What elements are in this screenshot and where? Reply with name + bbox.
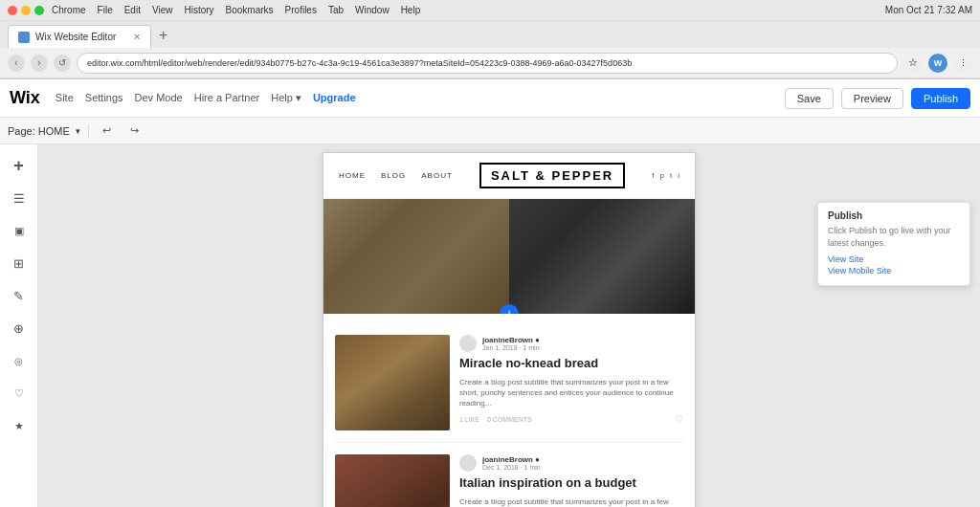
site-nav: HOME BLOG ABOUT — [339, 171, 453, 180]
tab-favicon — [18, 32, 30, 43]
site-logo: SALT & PEPPER — [479, 163, 625, 188]
post-meta-left-1: 1 LIKE 0 COMMENTS — [459, 416, 532, 423]
nav-about[interactable]: ABOUT — [421, 171, 453, 180]
wix-topbar-nav: Site Settings Dev Mode Hire a Partner He… — [56, 92, 356, 104]
post-tags-1: 1 LIKE — [459, 416, 479, 423]
undo-button[interactable]: ↩ — [97, 122, 117, 139]
toolbar-separator — [88, 124, 89, 138]
publish-tooltip: Publish Click Publish to go live with yo… — [817, 202, 970, 286]
post-image-italian-visual — [335, 454, 450, 507]
left-sidebar: + ☰ ▣ ⊞ ✎ ⊕ ◎ ♡ ★ — [0, 144, 38, 507]
site-preview: HOME BLOG ABOUT SALT & PEPPER f p t i — [323, 152, 696, 507]
browser-menu: Chrome File Edit View History Bookmarks … — [52, 5, 420, 15]
post-author-name-2: joanineBrown ● — [482, 455, 541, 464]
menu-profiles[interactable]: Profiles — [285, 5, 317, 15]
post-image-bread-visual — [335, 335, 450, 430]
sidebar-upgrade-icon[interactable]: ★ — [6, 412, 33, 439]
tab-title: Wix Website Editor — [35, 32, 116, 42]
nav-site[interactable]: Site — [56, 92, 74, 104]
view-site-link[interactable]: View Site — [828, 254, 960, 264]
hero-right-panel — [509, 199, 695, 314]
browser-datetime: Mon Oct 21 7:32 AM — [885, 5, 972, 15]
sidebar-media-icon[interactable]: ▣ — [6, 217, 33, 244]
menu-window[interactable]: Window — [355, 5, 390, 15]
post-content-2: joanineBrown ● Dec 1, 2018 · 1 min Itali… — [459, 454, 683, 507]
post-author-name-1: joanineBrown ● — [482, 336, 540, 344]
traffic-lights — [8, 6, 44, 15]
hero-left-panel — [323, 199, 509, 314]
nav-dev-mode[interactable]: Dev Mode — [135, 92, 183, 104]
sidebar-wix-icon[interactable]: ◎ — [6, 347, 33, 374]
browser-chrome: Chrome File Edit View History Bookmarks … — [0, 0, 980, 79]
browser-addressbar: ‹ › ↺ editor.wix.com/html/editor/web/ren… — [0, 48, 980, 78]
menu-chrome[interactable]: Chrome — [52, 5, 86, 15]
menu-view[interactable]: View — [152, 5, 173, 15]
browser-icons: ☆ W ⋮ — [903, 54, 972, 73]
wix-secondary-toolbar: Page: HOME ▾ ↩ ↪ — [0, 118, 980, 144]
redo-button[interactable]: ↪ — [124, 122, 145, 139]
post-image-2 — [335, 454, 450, 507]
social-pinterest-icon[interactable]: p — [660, 171, 664, 180]
reload-btn[interactable]: ↺ — [54, 55, 71, 72]
maximize-window-btn[interactable] — [34, 6, 44, 15]
post-title-2[interactable]: Italian inspiration on a budget — [459, 475, 683, 492]
post-author-date-1: Jan 1, 2018 · 1 min — [482, 344, 540, 351]
publish-tooltip-desc: Click Publish to go live with your lates… — [828, 225, 960, 249]
nav-blog[interactable]: BLOG — [381, 171, 406, 180]
url-text: editor.wix.com/html/editor/web/renderer/… — [87, 58, 632, 68]
post-avatar-2 — [459, 454, 477, 472]
social-instagram-icon[interactable]: i — [678, 171, 679, 180]
nav-upgrade[interactable]: Upgrade — [313, 92, 356, 104]
active-tab[interactable]: Wix Website Editor ✕ — [8, 25, 151, 48]
save-button[interactable]: Save — [785, 88, 834, 109]
page-dropdown-icon[interactable]: ▾ — [76, 126, 80, 136]
nav-hire-partner[interactable]: Hire a Partner — [194, 92, 259, 104]
menu-tab[interactable]: Tab — [328, 5, 344, 15]
minimize-window-btn[interactable] — [21, 6, 31, 15]
new-tab-btn[interactable]: + — [159, 27, 167, 48]
page-label: Page: HOME — [8, 125, 70, 137]
menu-edit[interactable]: Edit — [124, 5, 141, 15]
site-header: HOME BLOG ABOUT SALT & PEPPER f p t i — [323, 153, 695, 199]
hero-overlay — [323, 199, 695, 314]
post-avatar-1 — [459, 335, 477, 352]
sidebar-pages-icon[interactable]: ☰ — [6, 185, 33, 211]
browser-titlebar: Chrome File Edit View History Bookmarks … — [0, 0, 980, 21]
menu-history[interactable]: History — [184, 5, 213, 15]
post-author-date-2: Dec 1, 2018 · 1 min — [482, 464, 541, 471]
browser-tabs: Wix Website Editor ✕ + — [0, 21, 980, 48]
social-twitter-icon[interactable]: t — [670, 171, 672, 180]
tab-close-btn[interactable]: ✕ — [133, 32, 141, 42]
bookmarks-icon[interactable]: ☆ — [903, 54, 923, 73]
sidebar-add-icon[interactable]: + — [6, 152, 33, 179]
menu-help[interactable]: Help — [401, 5, 421, 15]
post-author-row-2: joanineBrown ● Dec 1, 2018 · 1 min — [459, 454, 683, 472]
wix-topbar: Wix Site Settings Dev Mode Hire a Partne… — [0, 79, 980, 118]
extensions-icon[interactable]: ⋮ — [953, 54, 972, 73]
sidebar-apps-icon[interactable]: ⊕ — [6, 315, 33, 342]
preview-button[interactable]: Preview — [841, 88, 903, 109]
close-window-btn[interactable] — [8, 6, 17, 15]
sidebar-blog-icon[interactable]: ✎ — [6, 282, 33, 309]
menu-bookmarks[interactable]: Bookmarks — [226, 5, 274, 15]
view-mobile-link[interactable]: View Mobile Site — [828, 266, 960, 276]
post-content-1: joanineBrown ● Jan 1, 2018 · 1 min Mirac… — [459, 335, 683, 430]
back-btn[interactable]: ‹ — [8, 55, 25, 72]
blog-posts-section: joanineBrown ● Jan 1, 2018 · 1 min Mirac… — [323, 323, 695, 507]
page-selector[interactable]: Page: HOME ▾ — [8, 125, 80, 137]
publish-button[interactable]: Publish — [911, 88, 970, 109]
forward-btn[interactable]: › — [31, 55, 48, 72]
post-like-icon-1[interactable]: ♡ — [675, 414, 683, 425]
social-facebook-icon[interactable]: f — [652, 171, 654, 180]
sidebar-components-icon[interactable]: ⊞ — [6, 250, 33, 276]
nav-settings[interactable]: Settings — [85, 92, 123, 104]
nav-home[interactable]: HOME — [339, 171, 366, 180]
nav-help[interactable]: Help ▾ — [271, 92, 301, 104]
sidebar-social-icon[interactable]: ♡ — [6, 380, 33, 407]
post-author-row-1: joanineBrown ● Jan 1, 2018 · 1 min — [459, 335, 683, 352]
post-title-1[interactable]: Miracle no-knead bread — [459, 356, 683, 372]
menu-file[interactable]: File — [98, 5, 113, 15]
address-bar[interactable]: editor.wix.com/html/editor/web/renderer/… — [77, 53, 898, 74]
profile-icon[interactable]: W — [928, 54, 947, 73]
wix-topbar-right: Save Preview Publish — [785, 88, 970, 109]
